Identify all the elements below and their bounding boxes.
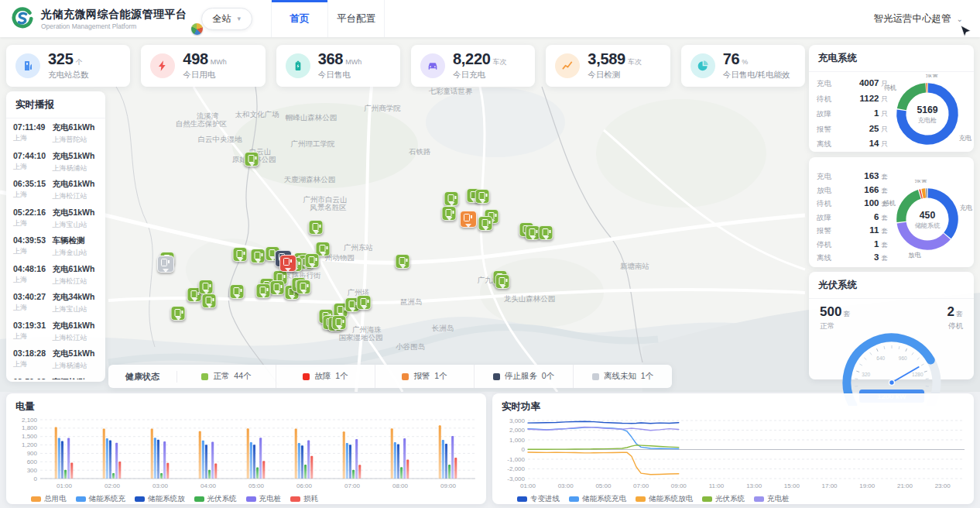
legend-item-充电桩[interactable]: 充电桩 [754, 494, 790, 504]
station-marker-normal[interactable] [230, 284, 245, 299]
energy-bar-chart-card: 电量 03006009001,2001,5001,8002,10001:0002… [6, 393, 486, 504]
legend-item-储能系统放电[interactable]: 储能系统放电 [636, 494, 693, 504]
svg-text:充电: 充电 [958, 135, 971, 142]
station-marker-normal[interactable] [396, 254, 410, 269]
svg-text:01:00: 01:00 [520, 482, 536, 489]
svg-text:2,100: 2,100 [22, 417, 38, 424]
station-marker-normal[interactable] [199, 280, 214, 294]
svg-text:报警: 报警 [913, 180, 927, 184]
charging-pile-glyph [203, 283, 209, 290]
station-marker-normal[interactable] [442, 206, 457, 221]
station-marker-normal[interactable] [357, 295, 372, 310]
charging-pile-glyph [361, 298, 367, 306]
kpi-label: 今日检测 [588, 70, 642, 81]
kpi-unit: 车次 [628, 58, 642, 66]
kpi-unit: 个 [75, 58, 82, 66]
charging-pile-glyph [313, 223, 319, 231]
svg-text:待机: 待机 [882, 200, 895, 207]
user-menu[interactable]: 智光运营中心超管 ⌄ [874, 0, 963, 37]
station-marker-normal[interactable] [332, 315, 347, 330]
station-marker-offline[interactable] [157, 256, 174, 273]
status-color-chip [303, 373, 310, 380]
broadcast-item: 06:35:15上海充电61kWh上海松江站 [13, 179, 98, 201]
station-marker-normal[interactable] [539, 225, 553, 240]
map-place-label: 广州东站 [344, 243, 373, 253]
legend-item-专变进线[interactable]: 专变进线 [517, 494, 560, 504]
station-marker-normal[interactable] [444, 191, 459, 206]
station-marker-normal[interactable] [202, 293, 217, 308]
svg-text:-1,000: -1,000 [507, 456, 525, 463]
chevron-down-icon: ▾ [238, 15, 242, 22]
svg-text:09:00: 09:00 [671, 482, 687, 489]
legend-item-损耗[interactable]: 损耗 [290, 494, 318, 504]
tab-home[interactable]: 首页 [271, 0, 327, 37]
stat-row-离线: 离线14只 [817, 139, 888, 154]
svg-text:02:00: 02:00 [105, 482, 121, 489]
map-place-label: 龙头山森林公园 [504, 294, 556, 304]
legend-item-储能系统充[interactable]: 储能系统充 [76, 494, 126, 504]
charging-stats: 充电4007只待机1122只故障1只报警25只离线14只 [817, 75, 888, 153]
status-color-chip [402, 373, 409, 380]
pie-icon [690, 53, 715, 78]
chevron-down-icon: ⌄ [957, 15, 963, 23]
svg-text:15:00: 15:00 [784, 482, 800, 489]
legend-item-光伏系统[interactable]: 光伏系统 [702, 494, 745, 504]
station-marker-normal[interactable] [245, 152, 259, 166]
health-legend-item: 停止服务 0个 [475, 365, 574, 388]
stat-row-充电: 充电4007只 [817, 78, 888, 94]
svg-text:08:00: 08:00 [392, 482, 409, 489]
kpi-value: 76 [723, 50, 740, 67]
station-marker-normal[interactable] [478, 216, 493, 231]
map-place-label: 七彩童话世界 [429, 87, 473, 97]
legend-color-chip [246, 496, 256, 502]
map-place-label: 白云中央湿地 [198, 135, 242, 145]
station-marker-normal[interactable] [305, 253, 320, 268]
svg-text:13:00: 13:00 [746, 482, 762, 489]
station-selector-label: 全站 [213, 12, 231, 26]
station-marker-alarm[interactable] [460, 211, 477, 228]
station-marker-normal[interactable] [171, 306, 186, 321]
charging-pile-glyph [274, 283, 280, 291]
station-marker-normal[interactable] [309, 220, 324, 235]
svg-text:07:00: 07:00 [344, 482, 361, 489]
map-place-label: 风景名胜区 [310, 203, 347, 213]
pv-standby-unit: 套 [956, 310, 963, 318]
map-place-label: 自然生态保护区 [176, 119, 228, 129]
broadcast-item: 03:19:31上海充电61kWh上海松江站 [13, 321, 98, 343]
legend-item-储能系统充电[interactable]: 储能系统充电 [569, 494, 626, 504]
legend-item-光伏系统[interactable]: 光伏系统 [194, 494, 237, 504]
station-marker-normal[interactable] [233, 247, 248, 262]
station-marker-fault[interactable] [279, 255, 296, 272]
pv-system-panel: 光伏系统 500套 正常 2套 停机 032064096012801600120… [809, 272, 974, 379]
station-marker-normal[interactable] [495, 274, 510, 289]
status-color-chip [592, 373, 599, 380]
station-selector[interactable]: 全站 ▾ [201, 8, 253, 30]
station-marker-normal[interactable] [270, 280, 285, 295]
tab-platform-config[interactable]: 平台配置 [327, 0, 385, 37]
storage-donut-chart: 450储能系统报警待机充电放电 [888, 171, 966, 267]
power-line-chart-card: 实时功率 -3,000-2,000-1,00001,0002,0003,0000… [492, 393, 974, 504]
legend-item-总用电[interactable]: 总用电 [31, 494, 67, 504]
station-marker-normal[interactable] [296, 280, 311, 294]
charging-pile-glyph [191, 290, 197, 298]
legend-item-充电桩[interactable]: 充电桩 [246, 494, 282, 504]
kpi-label: 今日用电 [183, 70, 226, 81]
station-marker-normal[interactable] [475, 189, 490, 204]
stat-row-报警: 报警11套 [817, 225, 888, 239]
broadcast-item: 03:59:08上海车辆检测上海静安站 [13, 377, 98, 380]
station-marker-normal[interactable] [256, 283, 271, 298]
map-place-label: 长洲岛 [432, 324, 454, 334]
broadcast-item: 07:44:10上海充电51kWh上海杨浦站 [13, 151, 98, 173]
map-place-label: 新塘南站 [620, 262, 649, 272]
station-marker-normal[interactable] [251, 249, 266, 263]
legend-item-储能系统放[interactable]: 储能系统放 [135, 494, 185, 504]
app-subtitle: Operation Management Platform [41, 22, 187, 30]
svg-text:05:00: 05:00 [595, 482, 612, 489]
stat-row-故障: 故障1只 [817, 108, 888, 124]
kpi-label: 充电站总数 [48, 70, 89, 81]
charging-pile-glyph [448, 194, 454, 202]
charging-system-title: 充电系统 [809, 45, 974, 72]
kpi-card-1: 498MWh今日用电 [141, 45, 265, 87]
colorful-ball-icon [191, 23, 203, 35]
svg-text:03:00: 03:00 [152, 482, 169, 489]
